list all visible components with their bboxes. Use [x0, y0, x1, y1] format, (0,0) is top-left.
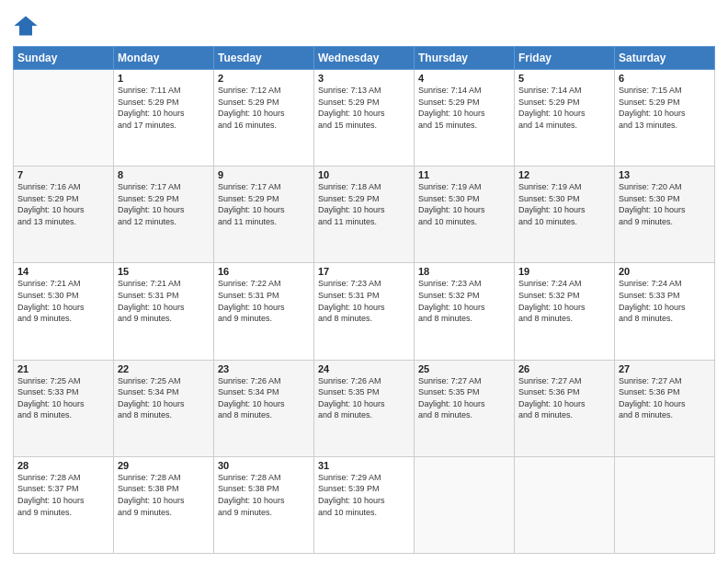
calendar-cell: 6Sunrise: 7:15 AM Sunset: 5:29 PM Daylig…: [615, 70, 715, 167]
day-number: 7: [17, 169, 109, 180]
calendar-cell: 15Sunrise: 7:21 AM Sunset: 5:31 PM Dayli…: [114, 263, 214, 360]
page: SundayMondayTuesdayWednesdayThursdayFrid…: [0, 0, 728, 563]
day-number: 28: [17, 460, 109, 471]
day-info: Sunrise: 7:24 AM Sunset: 5:33 PM Dayligh…: [619, 278, 711, 324]
day-header-tuesday: Tuesday: [214, 47, 314, 70]
day-number: 14: [17, 266, 109, 277]
svg-marker-0: [14, 17, 37, 36]
day-number: 13: [619, 169, 711, 180]
day-number: 1: [118, 73, 210, 84]
day-info: Sunrise: 7:23 AM Sunset: 5:32 PM Dayligh…: [418, 278, 510, 324]
day-number: 12: [518, 169, 610, 180]
calendar-cell: 1Sunrise: 7:11 AM Sunset: 5:29 PM Daylig…: [114, 70, 214, 167]
calendar-header-row: SundayMondayTuesdayWednesdayThursdayFrid…: [14, 47, 715, 70]
calendar-cell: 9Sunrise: 7:17 AM Sunset: 5:29 PM Daylig…: [214, 167, 314, 263]
calendar-cell: [14, 70, 114, 167]
day-info: Sunrise: 7:15 AM Sunset: 5:29 PM Dayligh…: [619, 85, 711, 131]
day-number: 27: [619, 363, 711, 374]
day-info: Sunrise: 7:14 AM Sunset: 5:29 PM Dayligh…: [418, 85, 510, 131]
calendar-week-row: 1Sunrise: 7:11 AM Sunset: 5:29 PM Daylig…: [14, 70, 715, 167]
day-info: Sunrise: 7:26 AM Sunset: 5:34 PM Dayligh…: [218, 375, 310, 421]
day-info: Sunrise: 7:11 AM Sunset: 5:29 PM Dayligh…: [118, 85, 210, 131]
calendar-cell: 3Sunrise: 7:13 AM Sunset: 5:29 PM Daylig…: [314, 70, 415, 167]
calendar-cell: 22Sunrise: 7:25 AM Sunset: 5:34 PM Dayli…: [114, 360, 214, 456]
calendar-cell: 20Sunrise: 7:24 AM Sunset: 5:33 PM Dayli…: [615, 263, 715, 360]
calendar-cell: 11Sunrise: 7:19 AM Sunset: 5:30 PM Dayli…: [415, 167, 515, 263]
logo: [13, 13, 42, 39]
day-number: 8: [118, 169, 210, 180]
day-number: 19: [518, 266, 610, 277]
calendar-cell: 27Sunrise: 7:27 AM Sunset: 5:36 PM Dayli…: [615, 360, 715, 456]
calendar-cell: [515, 456, 615, 553]
calendar-cell: 5Sunrise: 7:14 AM Sunset: 5:29 PM Daylig…: [515, 70, 615, 167]
calendar-cell: 12Sunrise: 7:19 AM Sunset: 5:30 PM Dayli…: [515, 167, 615, 263]
day-info: Sunrise: 7:25 AM Sunset: 5:34 PM Dayligh…: [118, 375, 210, 421]
day-header-wednesday: Wednesday: [314, 47, 415, 70]
day-info: Sunrise: 7:12 AM Sunset: 5:29 PM Dayligh…: [218, 85, 310, 131]
day-info: Sunrise: 7:27 AM Sunset: 5:35 PM Dayligh…: [418, 375, 510, 421]
calendar-cell: 26Sunrise: 7:27 AM Sunset: 5:36 PM Dayli…: [515, 360, 615, 456]
calendar-cell: [615, 456, 715, 553]
day-number: 10: [318, 169, 410, 180]
day-info: Sunrise: 7:22 AM Sunset: 5:31 PM Dayligh…: [218, 278, 310, 324]
day-info: Sunrise: 7:24 AM Sunset: 5:32 PM Dayligh…: [518, 278, 610, 324]
day-number: 11: [418, 169, 510, 180]
day-header-monday: Monday: [114, 47, 214, 70]
day-number: 5: [518, 73, 610, 84]
calendar-table: SundayMondayTuesdayWednesdayThursdayFrid…: [13, 46, 715, 554]
calendar-cell: 18Sunrise: 7:23 AM Sunset: 5:32 PM Dayli…: [415, 263, 515, 360]
calendar-cell: 25Sunrise: 7:27 AM Sunset: 5:35 PM Dayli…: [415, 360, 515, 456]
day-number: 29: [118, 460, 210, 471]
day-info: Sunrise: 7:28 AM Sunset: 5:37 PM Dayligh…: [17, 472, 109, 518]
day-info: Sunrise: 7:20 AM Sunset: 5:30 PM Dayligh…: [619, 181, 711, 227]
day-number: 15: [118, 266, 210, 277]
day-info: Sunrise: 7:28 AM Sunset: 5:38 PM Dayligh…: [118, 472, 210, 518]
day-info: Sunrise: 7:19 AM Sunset: 5:30 PM Dayligh…: [518, 181, 610, 227]
day-number: 24: [318, 363, 410, 374]
day-info: Sunrise: 7:18 AM Sunset: 5:29 PM Dayligh…: [318, 181, 410, 227]
day-info: Sunrise: 7:28 AM Sunset: 5:38 PM Dayligh…: [218, 472, 310, 518]
day-info: Sunrise: 7:19 AM Sunset: 5:30 PM Dayligh…: [418, 181, 510, 227]
day-number: 26: [518, 363, 610, 374]
day-info: Sunrise: 7:23 AM Sunset: 5:31 PM Dayligh…: [318, 278, 410, 324]
day-header-thursday: Thursday: [415, 47, 515, 70]
day-number: 31: [318, 460, 410, 471]
day-number: 6: [619, 73, 711, 84]
day-info: Sunrise: 7:14 AM Sunset: 5:29 PM Dayligh…: [518, 85, 610, 131]
day-number: 22: [118, 363, 210, 374]
day-info: Sunrise: 7:27 AM Sunset: 5:36 PM Dayligh…: [619, 375, 711, 421]
day-info: Sunrise: 7:25 AM Sunset: 5:33 PM Dayligh…: [17, 375, 109, 421]
calendar-cell: 2Sunrise: 7:12 AM Sunset: 5:29 PM Daylig…: [214, 70, 314, 167]
day-info: Sunrise: 7:27 AM Sunset: 5:36 PM Dayligh…: [518, 375, 610, 421]
day-number: 3: [318, 73, 410, 84]
calendar-cell: 31Sunrise: 7:29 AM Sunset: 5:39 PM Dayli…: [314, 456, 415, 553]
calendar-cell: 17Sunrise: 7:23 AM Sunset: 5:31 PM Dayli…: [314, 263, 415, 360]
calendar-cell: 19Sunrise: 7:24 AM Sunset: 5:32 PM Dayli…: [515, 263, 615, 360]
day-number: 4: [418, 73, 510, 84]
calendar-cell: 21Sunrise: 7:25 AM Sunset: 5:33 PM Dayli…: [14, 360, 114, 456]
day-info: Sunrise: 7:29 AM Sunset: 5:39 PM Dayligh…: [318, 472, 410, 518]
calendar-cell: 24Sunrise: 7:26 AM Sunset: 5:35 PM Dayli…: [314, 360, 415, 456]
calendar-cell: [415, 456, 515, 553]
header: [13, 9, 715, 39]
calendar-cell: 13Sunrise: 7:20 AM Sunset: 5:30 PM Dayli…: [615, 167, 715, 263]
day-info: Sunrise: 7:17 AM Sunset: 5:29 PM Dayligh…: [118, 181, 210, 227]
day-number: 23: [218, 363, 310, 374]
day-number: 20: [619, 266, 711, 277]
calendar-cell: 16Sunrise: 7:22 AM Sunset: 5:31 PM Dayli…: [214, 263, 314, 360]
day-info: Sunrise: 7:17 AM Sunset: 5:29 PM Dayligh…: [218, 181, 310, 227]
calendar-week-row: 14Sunrise: 7:21 AM Sunset: 5:30 PM Dayli…: [14, 263, 715, 360]
day-number: 25: [418, 363, 510, 374]
day-number: 17: [318, 266, 410, 277]
logo-icon: [13, 13, 39, 39]
calendar-week-row: 7Sunrise: 7:16 AM Sunset: 5:29 PM Daylig…: [14, 167, 715, 263]
calendar-cell: 23Sunrise: 7:26 AM Sunset: 5:34 PM Dayli…: [214, 360, 314, 456]
calendar-cell: 4Sunrise: 7:14 AM Sunset: 5:29 PM Daylig…: [415, 70, 515, 167]
calendar-cell: 29Sunrise: 7:28 AM Sunset: 5:38 PM Dayli…: [114, 456, 214, 553]
day-info: Sunrise: 7:21 AM Sunset: 5:30 PM Dayligh…: [17, 278, 109, 324]
day-header-friday: Friday: [515, 47, 615, 70]
calendar-week-row: 28Sunrise: 7:28 AM Sunset: 5:37 PM Dayli…: [14, 456, 715, 553]
calendar-cell: 8Sunrise: 7:17 AM Sunset: 5:29 PM Daylig…: [114, 167, 214, 263]
calendar-cell: 10Sunrise: 7:18 AM Sunset: 5:29 PM Dayli…: [314, 167, 415, 263]
day-number: 9: [218, 169, 310, 180]
